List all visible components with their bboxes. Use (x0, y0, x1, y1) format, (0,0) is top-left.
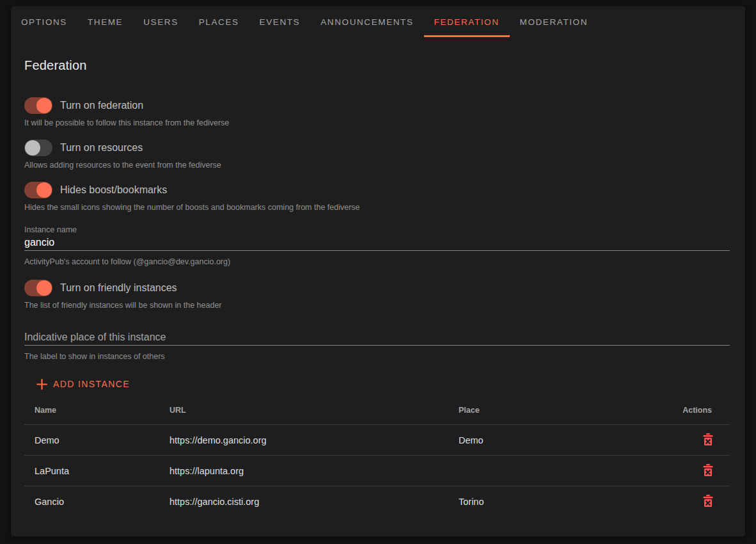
delete-instance-button[interactable] (702, 463, 714, 479)
setting-instance-place: The label to show in instances of others (24, 330, 730, 362)
setting-hint: ActivityPub's account to follow (@gancio… (24, 257, 730, 267)
toggle-thumb (25, 140, 40, 156)
setting-label: Turn on resources (60, 142, 143, 154)
add-instance-label: ADD INSTANCE (53, 379, 130, 389)
tab-theme[interactable]: THEME (77, 6, 133, 37)
cell-place: Demo (448, 435, 653, 445)
column-header-actions: Actions (653, 406, 730, 415)
cell-name: Gancio (24, 497, 159, 507)
instance-name-label: Instance name (24, 225, 730, 235)
cell-url: https://lapunta.org (159, 466, 448, 476)
table-header-row: Name URL Place Actions (24, 396, 730, 425)
instance-name-input[interactable] (24, 235, 730, 251)
trash-icon (703, 464, 713, 478)
setting-turn-on-resources: Turn on resources Allows adding resource… (24, 138, 730, 170)
column-header-place: Place (448, 406, 653, 415)
admin-tab-bar: OPTIONS THEME USERS PLACES EVENTS ANNOUN… (11, 6, 745, 37)
friendly-instances-toggle[interactable] (24, 280, 52, 296)
federation-settings-panel: Federation Turn on federation It will be… (11, 56, 745, 517)
setting-label: Turn on friendly instances (60, 282, 177, 294)
cell-url: https://gancio.cisti.org (159, 497, 448, 507)
cell-name: LaPunta (24, 466, 159, 476)
resources-toggle[interactable] (24, 140, 52, 156)
column-header-name: Name (24, 406, 159, 415)
setting-hides-boost-bookmarks: Hides boost/bookmarks Hides the small ic… (24, 180, 730, 212)
federation-toggle[interactable] (24, 97, 52, 114)
tab-places[interactable]: PLACES (189, 6, 249, 37)
cell-name: Demo (24, 435, 159, 445)
trash-icon (703, 433, 713, 447)
hide-boosts-toggle[interactable] (24, 182, 52, 198)
toggle-thumb (36, 98, 52, 113)
cell-place: Torino (448, 497, 653, 507)
setting-turn-on-friendly-instances: Turn on friendly instances The list of f… (24, 278, 730, 310)
instance-place-input[interactable] (24, 330, 730, 346)
tab-federation[interactable]: FEDERATION (424, 6, 510, 37)
setting-hint: The label to show in instances of others (24, 351, 730, 362)
setting-instance-name: Instance name ActivityPub's account to f… (24, 225, 730, 267)
table-row: LaPunta https://lapunta.org (24, 456, 730, 486)
admin-panel-card: OPTIONS THEME USERS PLACES EVENTS ANNOUN… (11, 6, 745, 536)
tab-moderation[interactable]: MODERATION (510, 6, 599, 37)
setting-label: Hides boost/bookmarks (60, 184, 167, 196)
page-title: Federation (24, 56, 730, 74)
add-instance-button[interactable]: ADD INSTANCE (31, 372, 135, 396)
table-row: Gancio https://gancio.cisti.org Torino (24, 486, 730, 517)
toggle-thumb (36, 280, 52, 296)
setting-hint: The list of friendly instances will be s… (24, 300, 730, 310)
setting-turn-on-federation: Turn on federation It will be possible t… (24, 96, 730, 128)
tab-options[interactable]: OPTIONS (11, 6, 77, 37)
tab-events[interactable]: EVENTS (249, 6, 311, 37)
delete-instance-button[interactable] (702, 493, 714, 510)
column-header-url: URL (159, 406, 448, 415)
setting-hint: Hides the small icons showing the number… (24, 202, 730, 212)
tab-users[interactable]: USERS (133, 6, 189, 37)
toggle-thumb (36, 182, 52, 198)
delete-instance-button[interactable] (702, 432, 714, 449)
setting-label: Turn on federation (60, 100, 143, 111)
instances-table: Name URL Place Actions Demo https://demo… (24, 396, 730, 517)
setting-hint: It will be possible to follow this insta… (24, 118, 730, 128)
tab-announcements[interactable]: ANNOUNCEMENTS (310, 6, 423, 37)
setting-hint: Allows adding resources to the event fro… (24, 160, 730, 170)
table-row: Demo https://demo.gancio.org Demo (24, 425, 730, 456)
plus-icon (36, 379, 47, 390)
cell-url: https://demo.gancio.org (159, 435, 448, 445)
trash-icon (703, 495, 713, 509)
